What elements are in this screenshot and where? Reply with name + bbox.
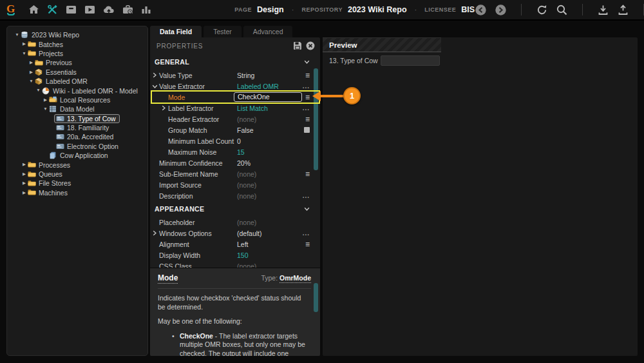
property-value[interactable]: (none): [237, 181, 256, 189]
property-value[interactable]: (none): [237, 262, 256, 268]
property-value[interactable]: False: [237, 126, 254, 134]
tree-item-essentials[interactable]: ▶Essentials: [7, 68, 147, 77]
tree-collapsed-icon[interactable]: ▶: [21, 191, 28, 195]
tree-expanded-icon[interactable]: ▼: [28, 79, 35, 84]
preview-header[interactable]: Preview: [323, 37, 441, 52]
tree-item-2023-wiki-repo[interactable]: ▼2023 Wiki Repo: [7, 30, 147, 39]
batches-icon[interactable]: [65, 4, 77, 15]
tree-item-electronic-option[interactable]: Electronic Option: [7, 142, 147, 151]
close-icon[interactable]: [306, 41, 315, 50]
download-icon[interactable]: [597, 4, 609, 16]
property-row-value-extractor[interactable]: Value ExtractorLabeled OMR...: [150, 81, 320, 92]
ellipsis-icon[interactable]: ...: [303, 192, 310, 199]
property-value[interactable]: List Match: [237, 104, 268, 112]
repository-value[interactable]: 2023 Wiki Repo: [348, 5, 407, 14]
tree-expanded-icon[interactable]: ▼: [14, 33, 21, 37]
licensee-value[interactable]: BIS: [461, 5, 475, 14]
tree-item-wiki-labeled-omr-model[interactable]: ▼Wiki - Labeled OMR - Model: [7, 86, 147, 95]
type-link[interactable]: OmrMode: [279, 274, 311, 283]
property-row-css-class[interactable]: CSS Class(none): [150, 260, 320, 268]
menu-icon[interactable]: ≡: [305, 94, 310, 101]
jobs-icon[interactable]: [122, 4, 134, 15]
property-row-import-source[interactable]: Import Source(none): [150, 179, 320, 190]
property-value[interactable]: (none): [237, 170, 256, 178]
property-value[interactable]: (default): [237, 230, 262, 237]
property-value[interactable]: 150: [237, 251, 249, 259]
property-value[interactable]: 0: [237, 137, 241, 145]
property-row-sub-element-name[interactable]: Sub-Element Name(none)≡: [150, 168, 320, 179]
property-value[interactable]: (none): [237, 192, 256, 200]
tree-item-local-resources[interactable]: ▶Local Resources: [7, 95, 147, 104]
property-value[interactable]: Left: [237, 240, 249, 248]
review-icon[interactable]: [84, 4, 96, 15]
preview-field-input[interactable]: [381, 55, 440, 66]
tree-item-file-stores[interactable]: ▶File Stores: [7, 179, 147, 188]
tree-collapsed-icon[interactable]: ▶: [21, 162, 28, 167]
chevron-right-icon[interactable]: [150, 72, 159, 78]
menu-icon[interactable]: ≡: [305, 171, 310, 177]
tree-item-machines[interactable]: ▶Machines: [7, 188, 147, 197]
chevron-right-icon[interactable]: [159, 105, 168, 111]
property-row-alignment[interactable]: AlignmentLeft≡: [150, 239, 320, 250]
property-row-minimum-confidence[interactable]: Minimum Confidence20%: [150, 157, 320, 168]
tree-item-previous[interactable]: ▶Previous: [7, 58, 147, 67]
section-header-appearance[interactable]: APPEARANCE: [150, 201, 320, 217]
property-row-group-match[interactable]: Group MatchFalse: [150, 124, 320, 135]
back-icon[interactable]: [475, 4, 487, 16]
tree-collapsed-icon[interactable]: ▶: [21, 172, 28, 177]
search-icon[interactable]: [556, 4, 568, 16]
menu-icon[interactable]: ≡: [305, 72, 310, 79]
tree-item-13-type-of-cow[interactable]: 13. Type of Cow: [7, 114, 147, 123]
tree-collapsed-icon[interactable]: ▶: [28, 61, 35, 65]
property-row-maximum-noise[interactable]: Maximum Noise15: [150, 146, 320, 157]
tree-item-processes[interactable]: ▶Processes: [7, 160, 147, 169]
description-scrollbar[interactable]: [314, 283, 318, 312]
page-value[interactable]: Design: [257, 5, 284, 14]
tab-tester[interactable]: Tester: [204, 26, 242, 37]
tree-expanded-icon[interactable]: ▼: [42, 107, 49, 112]
tree-expanded-icon[interactable]: ▼: [35, 88, 42, 93]
stats-icon[interactable]: [140, 4, 152, 15]
tree-item-cow-application[interactable]: Cow Application: [7, 151, 147, 160]
tree-item-batches[interactable]: ▶Batches: [7, 39, 147, 48]
upload-icon[interactable]: [617, 4, 629, 16]
property-row-description[interactable]: Description(none)...: [150, 190, 320, 201]
home-icon[interactable]: [28, 4, 40, 15]
property-row-value-type[interactable]: Value TypeString≡: [150, 70, 320, 81]
grooper-logo[interactable]: G: [6, 4, 15, 15]
refresh-icon[interactable]: [536, 4, 548, 16]
chevron-down-icon[interactable]: [150, 84, 159, 89]
tree-collapsed-icon[interactable]: ▶: [42, 98, 49, 103]
properties-scrollbar[interactable]: [314, 68, 318, 170]
property-value[interactable]: (none): [237, 219, 256, 226]
property-value[interactable]: Labeled OMR: [237, 83, 279, 90]
design-tools-icon[interactable]: [46, 4, 59, 15]
tab-data-field[interactable]: Data Field: [150, 26, 202, 37]
property-row-label-extractor[interactable]: Label ExtractorList Match...: [150, 103, 320, 113]
tree-collapsed-icon[interactable]: ▶: [21, 181, 28, 186]
property-row-windows-options[interactable]: Windows Options(default)...: [150, 228, 320, 239]
ellipsis-icon[interactable]: ...: [303, 83, 310, 90]
checkbox-icon[interactable]: [304, 127, 310, 133]
tab-advanced[interactable]: Advanced: [243, 26, 293, 37]
tree-item-projects[interactable]: ▼Projects: [7, 49, 147, 58]
property-row-mode[interactable]: ModeCheckOne≡: [150, 92, 320, 103]
tree-item-queues[interactable]: ▶Queues: [7, 170, 147, 179]
property-value[interactable]: String: [237, 72, 254, 79]
tree-item-labeled-omr[interactable]: ▼Labeled OMR: [7, 77, 147, 86]
property-value-editor[interactable]: CheckOne: [234, 92, 302, 102]
tree-item-20a-accredited[interactable]: 20a. Accredited: [7, 132, 147, 141]
property-value[interactable]: (none): [237, 115, 256, 123]
property-row-header-extractor[interactable]: Header Extractor(none)≡: [150, 113, 320, 124]
chevron-right-icon[interactable]: [150, 230, 159, 236]
tree-item-18-familiarity[interactable]: 18. Familiarity: [7, 123, 147, 132]
save-icon[interactable]: [293, 41, 302, 50]
tree-collapsed-icon[interactable]: ▶: [21, 42, 28, 46]
menu-icon[interactable]: ≡: [305, 241, 310, 248]
ellipsis-icon[interactable]: ...: [303, 104, 310, 112]
property-row-placeholder[interactable]: Placeholder(none): [150, 217, 320, 228]
tree-expanded-icon[interactable]: ▼: [21, 52, 28, 56]
tree-collapsed-icon[interactable]: ▶: [28, 70, 35, 75]
import-icon[interactable]: [102, 4, 115, 15]
section-header-general[interactable]: GENERAL: [150, 54, 320, 70]
